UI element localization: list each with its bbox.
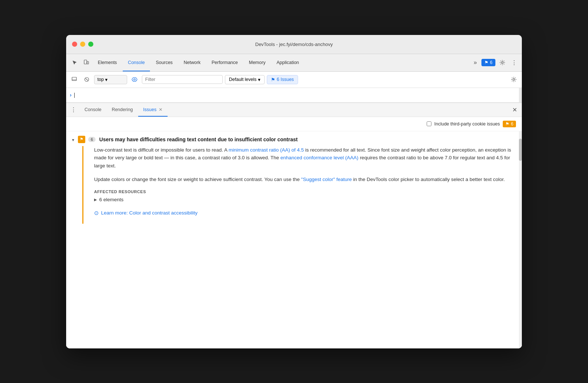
warning-icon-badge: ⚑ (78, 136, 85, 143)
svg-point-8 (513, 79, 515, 81)
traffic-lights (72, 42, 93, 47)
prompt-icon: › (70, 92, 72, 98)
issue-body-inner: Low-contrast text is difficult or imposs… (88, 146, 514, 216)
issue-count-badge: 6 (88, 137, 96, 142)
svg-line-6 (86, 78, 88, 81)
issue-body: Low-contrast text is difficult or imposs… (66, 146, 522, 224)
warning-count-badge: ⚑ 6 (503, 121, 516, 127)
clear-console-button[interactable] (82, 74, 92, 85)
bottom-section: ⋮ Console Rendering Issues ✕ ✕ Include t… (66, 103, 522, 348)
tab-console[interactable]: Console (123, 54, 150, 71)
checkbox-label: Include third-party cookie issues (434, 121, 500, 127)
title-bar: DevTools - jec.fyi/demo/cds-anchovy (66, 35, 522, 54)
aaa-conformance-link[interactable]: enhanced conformance level (AAA) (280, 155, 358, 160)
console-settings-button[interactable] (509, 74, 519, 85)
toolbar-right: » ⚑ 6 ⋮ (470, 57, 519, 68)
issues-pill-button[interactable]: ⚑ 6 Issues (267, 75, 298, 84)
console-input-row: › | (66, 88, 522, 103)
tab-issues[interactable]: Issues ✕ (138, 103, 168, 117)
close-drawer-button[interactable]: ✕ (510, 105, 519, 114)
tab-memory[interactable]: Memory (244, 54, 270, 71)
elements-count-label: 6 elements (99, 197, 123, 202)
cursor-icon-btn[interactable] (69, 57, 80, 68)
third-party-cookie-checkbox[interactable] (427, 121, 431, 126)
vertical-bar (82, 146, 83, 224)
maximize-button[interactable] (88, 42, 93, 47)
issue-header-row: ▼ ⚑ 6 Users may have difficulties readin… (66, 131, 522, 146)
svg-point-2 (502, 62, 503, 64)
tab-application[interactable]: Application (271, 54, 304, 71)
affected-label: AFFECTED RESOURCES (94, 189, 514, 194)
learn-more-link[interactable]: Learn more: Color and contrast accessibi… (101, 210, 198, 216)
issue-expand-chevron[interactable]: ▼ (71, 138, 75, 142)
tab-rendering[interactable]: Rendering (107, 103, 138, 117)
show-drawer-button[interactable] (69, 74, 79, 85)
more-options-button[interactable]: ⋮ (509, 58, 519, 67)
svg-rect-0 (84, 60, 87, 64)
issues-badge[interactable]: ⚑ 6 (481, 59, 495, 66)
affected-resources-section: AFFECTED RESOURCES ▶ 6 elements (94, 189, 514, 202)
warning-icon: ⚑ (505, 121, 509, 127)
console-cursor[interactable]: | (74, 92, 75, 98)
scrollbar-thumb[interactable] (519, 139, 522, 161)
issues-content: ▼ ⚑ 6 Users may have difficulties readin… (66, 131, 522, 348)
flag-icon: ⚑ (271, 77, 275, 82)
settings-button[interactable] (497, 57, 508, 68)
filter-input[interactable] (142, 75, 223, 84)
svg-rect-1 (87, 61, 89, 64)
close-tab-issues-button[interactable]: ✕ (159, 107, 162, 112)
window-title: DevTools - jec.fyi/demo/cds-anchovy (255, 42, 333, 47)
close-button[interactable] (72, 42, 77, 47)
learn-more-section: ⊙ Learn more: Color and contrast accessi… (94, 210, 514, 216)
tab-network[interactable]: Network (179, 54, 206, 71)
tab-menu-button[interactable]: ⋮ (69, 105, 78, 114)
live-expressions-button[interactable] (129, 74, 140, 85)
scrollbar-track[interactable] (519, 131, 522, 348)
svg-rect-3 (72, 77, 76, 81)
elements-chevron: ▶ (94, 198, 97, 202)
chevron-down-icon: ▾ (105, 77, 108, 82)
issue-title: Users may have difficulties reading text… (99, 136, 298, 142)
tab-sources[interactable]: Sources (151, 54, 178, 71)
issue-description-1: Low-contrast text is difficult or imposs… (94, 146, 514, 170)
log-levels-button[interactable]: Default levels ▾ (225, 75, 265, 84)
context-selector[interactable]: top ▾ (94, 75, 127, 84)
checkbox-row: Include third-party cookie issues ⚑ 6 (66, 117, 522, 131)
device-icon-btn[interactable] (81, 57, 92, 68)
tab-elements[interactable]: Elements (93, 54, 122, 71)
suggest-color-link[interactable]: "Suggest color" feature (301, 177, 352, 182)
minimize-button[interactable] (80, 42, 85, 47)
issue-description-2: Update colors or change the font size or… (94, 175, 514, 184)
issues-icon: ⚑ (484, 60, 488, 65)
tab-performance[interactable]: Performance (207, 54, 243, 71)
external-link-icon: ⊙ (94, 210, 99, 216)
tab-console-bottom[interactable]: Console (79, 103, 107, 117)
console-bar: top ▾ Default levels ▾ ⚑ 6 Issues (66, 72, 522, 88)
devtools-window: DevTools - jec.fyi/demo/cds-anchovy Elem… (66, 35, 522, 348)
chevron-down-icon: ▾ (258, 77, 261, 82)
bottom-tabs-bar: ⋮ Console Rendering Issues ✕ ✕ (66, 103, 522, 117)
more-tabs-button[interactable]: » (470, 58, 480, 67)
elements-expand-row[interactable]: ▶ 6 elements (94, 197, 514, 202)
aa-contrast-link[interactable]: minimum contrast ratio (AA) of 4.5 (229, 147, 304, 153)
main-toolbar: Elements Console Sources Network Perform… (66, 54, 522, 72)
scrollbar-track (519, 88, 522, 102)
svg-point-7 (134, 79, 135, 80)
